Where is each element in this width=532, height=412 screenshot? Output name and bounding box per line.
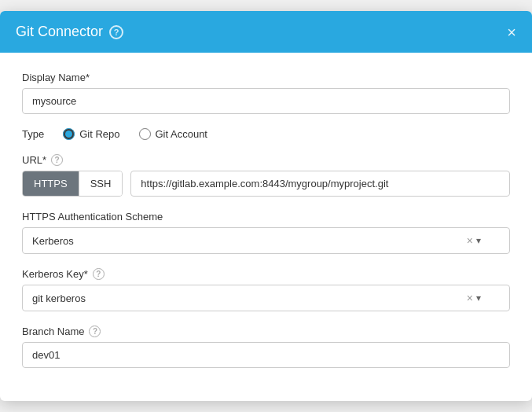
- branch-name-label: Branch Name: [22, 326, 84, 337]
- git-account-option[interactable]: Git Account: [139, 128, 207, 140]
- modal-title: Git Connector: [16, 24, 103, 40]
- branch-name-group: Branch Name ?: [22, 326, 510, 368]
- display-name-input[interactable]: [22, 88, 510, 114]
- kerberos-key-help-icon[interactable]: ?: [93, 268, 105, 280]
- git-repo-option[interactable]: Git Repo: [63, 128, 119, 140]
- git-repo-radio[interactable]: [63, 128, 75, 140]
- close-button[interactable]: ×: [507, 24, 516, 40]
- select-chevron-icon[interactable]: ▾: [476, 235, 481, 246]
- https-auth-scheme-group: HTTPS Authentication Scheme Kerberos × ▾: [22, 211, 510, 254]
- branch-name-help-icon[interactable]: ?: [89, 326, 101, 337]
- kerberos-select-icons: × ▾: [467, 292, 481, 304]
- select-icons: × ▾: [467, 234, 481, 247]
- url-help-icon[interactable]: ?: [51, 154, 63, 166]
- display-name-group: Display Name*: [22, 72, 510, 114]
- modal-header: Git Connector ? ×: [0, 11, 532, 53]
- git-account-radio[interactable]: [139, 128, 151, 140]
- kerberos-key-value: git kerberos: [32, 292, 467, 304]
- modal-body: Display Name* Type Git Repo Git Account …: [0, 53, 532, 401]
- type-label: Type: [22, 128, 44, 140]
- display-name-label: Display Name*: [22, 72, 510, 83]
- branch-name-input[interactable]: [22, 342, 510, 368]
- https-auth-scheme-select[interactable]: Kerberos × ▾: [22, 227, 510, 254]
- type-row: Type Git Repo Git Account: [22, 128, 510, 140]
- title-help-icon[interactable]: ?: [109, 25, 123, 39]
- ssh-button[interactable]: SSH: [79, 171, 123, 196]
- url-header: URL* ?: [22, 154, 510, 166]
- https-auth-scheme-select-wrapper: Kerberos × ▾: [22, 227, 510, 254]
- git-repo-label[interactable]: Git Repo: [79, 128, 119, 140]
- https-auth-scheme-value: Kerberos: [32, 235, 467, 247]
- kerberos-key-group: Kerberos Key* ? git kerberos × ▾: [22, 268, 510, 311]
- kerberos-key-select[interactable]: git kerberos × ▾: [22, 285, 510, 311]
- url-row: HTTPS SSH: [22, 171, 510, 197]
- select-clear-icon[interactable]: ×: [467, 234, 473, 247]
- kerberos-chevron-icon[interactable]: ▾: [476, 292, 481, 303]
- git-account-label[interactable]: Git Account: [156, 128, 207, 140]
- kerberos-key-label: Kerberos Key*: [22, 268, 88, 280]
- https-auth-scheme-label: HTTPS Authentication Scheme: [22, 211, 510, 223]
- url-label: URL*: [22, 154, 46, 166]
- kerberos-key-select-wrapper: git kerberos × ▾: [22, 285, 510, 311]
- url-input[interactable]: [130, 171, 510, 197]
- url-section: URL* ? HTTPS SSH: [22, 154, 510, 197]
- header-left: Git Connector ?: [16, 24, 123, 40]
- kerberos-clear-icon[interactable]: ×: [467, 292, 473, 304]
- https-button[interactable]: HTTPS: [23, 171, 79, 196]
- git-connector-modal: Git Connector ? × Display Name* Type Git…: [0, 11, 532, 401]
- protocol-group: HTTPS SSH: [22, 171, 123, 197]
